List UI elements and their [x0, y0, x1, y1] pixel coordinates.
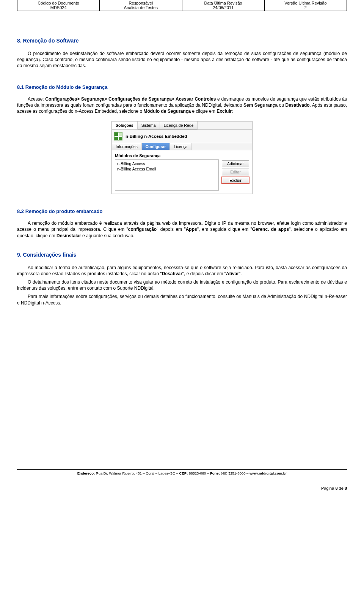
edit-button[interactable]: Editar	[222, 169, 249, 175]
s81-path: Configurações> Segurança> Configurações …	[45, 96, 216, 102]
s82-manage-apps: Gerenc. de apps	[252, 227, 289, 232]
footer-address-label: Endereço:	[77, 471, 95, 475]
security-module-item-2[interactable]: n-Billing Access Email	[117, 166, 217, 172]
section-8-1-title: 8.1 Remoção do Módulo de Segurança	[17, 84, 347, 90]
section-8-title: 8. Remoção do Software	[17, 38, 347, 44]
page-footer: Endereço: Rua Dr. Walmor Ribeiro, 431 – …	[17, 469, 347, 475]
s81-text-6: :	[232, 109, 233, 114]
s82-config: configuração	[128, 227, 157, 232]
module-buttons: Adicionar Editar Excluir	[222, 159, 249, 191]
pagenum-total: 8	[345, 486, 347, 490]
s81-text-5: e clique em	[191, 109, 217, 114]
subtab-license[interactable]: Licença	[170, 143, 191, 150]
security-modules-panel: Módulos de Segurança n-Billing Access n-…	[112, 150, 252, 194]
s81-security-module: Módulo de Segurança	[144, 109, 191, 114]
page-number: Página 8 de 8	[17, 486, 347, 490]
figure-wrapper: Soluções Sistema Licença de Rede n-Billi…	[17, 121, 347, 194]
section-9-title: 9. Considerações finais	[17, 252, 347, 258]
s81-text-1: Acesse:	[28, 96, 45, 102]
header-version-label: Versão Última Revisão	[265, 1, 347, 5]
footer-phone: (49) 3251-8000 –	[220, 471, 249, 475]
header-code-label: Código do Documento	[17, 1, 99, 5]
pagenum-of: de	[338, 486, 345, 490]
embedded-app-window: Soluções Sistema Licença de Rede n-Billi…	[111, 121, 253, 194]
footer-address: Rua Dr. Walmor Ribeiro, 431 – Coral – La…	[95, 471, 179, 475]
section-9-paragraph-1: Ao modificar a forma de autenticação, pa…	[17, 265, 347, 277]
header-col-version: Versão Última Revisão 2	[265, 0, 347, 11]
section-9-paragraph-3: Para mais informações sobre configuraçõe…	[17, 293, 347, 306]
top-tabs: Soluções Sistema Licença de Rede	[112, 121, 252, 130]
s81-exclude: Excluir	[217, 109, 232, 114]
section-8-2-paragraph: A remoção do módulo embarcado é realizad…	[17, 220, 347, 239]
security-module-item-1[interactable]: n-Billing Access	[117, 161, 217, 166]
section-8-2-title: 8.2 Remoção do produto embarcado	[17, 208, 347, 214]
security-modules-label: Módulos de Segurança	[115, 153, 249, 158]
s82-text-5: e aguarde sua conclusão.	[81, 233, 135, 238]
header-col-code: Código do Documento MDS024	[17, 0, 100, 11]
s9-p1-text-3: ".	[239, 271, 242, 276]
tab-system[interactable]: Sistema	[138, 121, 160, 129]
tab-solutions[interactable]: Soluções	[112, 121, 138, 129]
header-version-value: 2	[265, 5, 347, 10]
section-8-paragraph: O procedimento de desinstalação do softw…	[17, 50, 347, 69]
s82-text-2: " depois em "	[157, 227, 185, 232]
s9-p1-text-2: ", e depois clicar em "	[182, 271, 226, 276]
doc-header: Código do Documento MDS024 Responsável A…	[17, 0, 347, 11]
s81-no-security: Sem Segurança	[243, 103, 278, 108]
header-date-label: Data Última Revisão	[182, 1, 264, 5]
footer-phone-label: Fone:	[210, 471, 220, 475]
footer-cep-label: CEP:	[179, 471, 188, 475]
app-logo-icon	[114, 132, 122, 140]
s82-text-3: ", em seguida clique em "	[197, 227, 252, 232]
tab-network-license[interactable]: Licença de Rede	[160, 121, 198, 129]
footer-website: www.nddigital.com.br	[249, 471, 287, 475]
subtab-info[interactable]: Informações	[112, 143, 142, 150]
s82-uninstall: Desinstalar	[56, 233, 81, 238]
s82-apps: Apps	[186, 227, 197, 232]
delete-button[interactable]: Excluir	[222, 177, 249, 184]
app-title-row: n-Billing n-Access Embedded	[112, 130, 252, 143]
section-9-paragraph-2: O detalhamento dos itens citados neste d…	[17, 279, 347, 291]
header-col-date: Data Última Revisão 24/08/2011	[182, 0, 265, 11]
s81-text-3: ou	[278, 103, 285, 108]
s81-disabled: Desativado	[286, 103, 310, 108]
app-title: n-Billing n-Access Embedded	[126, 134, 187, 139]
s9-activate: Ativar	[226, 271, 239, 276]
footer-cep: 88523-060 –	[188, 471, 210, 475]
section-8-1-paragraph: Acesse: Configurações> Segurança> Config…	[17, 96, 347, 115]
header-responsible-label: Responsável	[100, 1, 182, 5]
header-col-responsible: Responsável Analista de Testes	[100, 0, 182, 11]
pagenum-label: Página	[321, 486, 335, 490]
add-button[interactable]: Adicionar	[222, 160, 249, 167]
header-responsible-value: Analista de Testes	[100, 5, 182, 10]
s9-deactivate: Desativar	[162, 271, 182, 276]
sub-tabs: Informações Configurar Licença	[112, 143, 252, 150]
header-code-value: MDS024	[17, 5, 99, 10]
security-modules-list[interactable]: n-Billing Access n-Billing Access Email	[115, 159, 219, 191]
subtab-configure[interactable]: Configurar	[142, 143, 170, 150]
header-date-value: 24/08/2011	[182, 5, 264, 10]
